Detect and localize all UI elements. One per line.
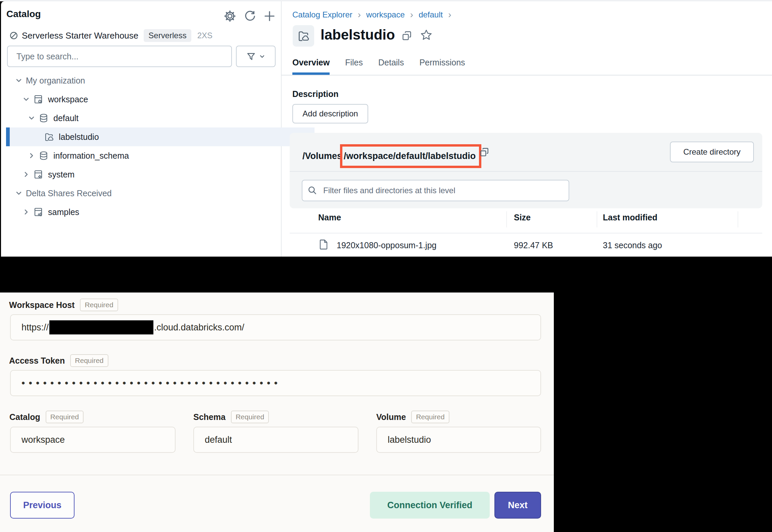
volume-path-prefix: /Volumes <box>302 151 342 161</box>
filter-files-input[interactable] <box>302 180 569 201</box>
catalog-sidebar: Catalog <box>1 1 282 257</box>
field-label-text: Catalog <box>9 412 40 422</box>
field-label-text: Workspace Host <box>9 300 75 310</box>
chevron-down-icon <box>259 53 266 60</box>
tab-divider <box>282 75 772 75</box>
form-footer-divider <box>0 475 554 475</box>
warehouse-name: Serverless Starter Warehouse <box>22 31 138 41</box>
chevron-right-icon[interactable] <box>22 170 31 179</box>
catalog-icon <box>33 94 43 104</box>
warehouse-size: 2XS <box>197 31 212 40</box>
warehouse-badge: Serverless <box>144 29 191 42</box>
star-favorite-icon[interactable] <box>420 29 433 42</box>
tab-permissions[interactable]: Permissions <box>419 58 465 75</box>
column-divider <box>597 211 597 227</box>
tree-item-label: workspace <box>48 95 88 104</box>
add-icon[interactable] <box>263 9 276 23</box>
volume-label: Volume Required <box>376 411 449 423</box>
filter-button[interactable] <box>236 46 276 67</box>
breadcrumb-separator: › <box>448 9 451 20</box>
schema-label: Schema Required <box>193 411 269 423</box>
shared-catalog-icon <box>33 207 43 217</box>
sidebar-item-information-schema[interactable]: information_schema <box>1 146 306 165</box>
breadcrumb-catalog-explorer[interactable]: Catalog Explorer <box>292 10 352 19</box>
storage-connection-form: Workspace Host Required https:// .cloud.… <box>0 292 554 532</box>
column-divider <box>506 211 507 227</box>
column-header-last-modified[interactable]: Last modified <box>603 213 658 222</box>
screen: Catalog <box>0 0 772 532</box>
funnel-icon <box>246 51 256 61</box>
chevron-right-icon[interactable] <box>22 208 31 216</box>
card-divider <box>290 171 762 172</box>
tree-item-label: default <box>53 113 79 123</box>
catalog-search-input[interactable] <box>7 46 232 67</box>
host-value-prefix: https:// <box>21 322 49 333</box>
sidebar-item-system[interactable]: system <box>1 165 301 184</box>
connection-verified-status: Connection Verified <box>370 492 490 519</box>
column-header-name[interactable]: Name <box>318 213 341 222</box>
tree-item-label: labelstudio <box>59 132 99 142</box>
file-name[interactable]: 1920x1080-opposum-1.jpg <box>337 241 436 250</box>
tab-details[interactable]: Details <box>378 58 404 75</box>
required-badge: Required <box>411 411 449 423</box>
sidebar-item-workspace[interactable]: workspace <box>1 90 301 109</box>
refresh-icon[interactable] <box>243 9 257 23</box>
sidebar-item-samples[interactable]: samples <box>1 203 301 221</box>
breadcrumb-default[interactable]: default <box>419 10 443 19</box>
catalog-label: Catalog Required <box>9 411 84 423</box>
chevron-down-icon[interactable] <box>14 76 23 85</box>
sidebar-item-labelstudio[interactable]: labelstudio <box>6 127 315 146</box>
breadcrumb-workspace[interactable]: workspace <box>366 10 405 19</box>
chevron-down-icon[interactable] <box>27 114 36 122</box>
previous-button[interactable]: Previous <box>10 492 75 519</box>
tree-item-label: My organization <box>26 76 85 86</box>
file-last-modified: 31 seconds ago <box>603 241 662 250</box>
system-catalog-icon <box>33 169 43 179</box>
tab-bar: Overview Files Details Permissions <box>292 58 465 75</box>
sidebar-item-default[interactable]: default <box>1 109 306 127</box>
tree-item-label: system <box>48 170 75 179</box>
redacted-host-segment <box>49 320 153 334</box>
breadcrumb-separator: › <box>358 9 361 20</box>
required-badge: Required <box>70 354 108 367</box>
copy-path-icon[interactable] <box>479 147 490 158</box>
catalog-input[interactable]: workspace <box>10 427 176 453</box>
workspace-host-label: Workspace Host Required <box>9 299 118 311</box>
breadcrumb-separator: › <box>410 9 413 20</box>
required-badge: Required <box>80 299 118 311</box>
catalog-value: workspace <box>21 435 65 445</box>
column-divider <box>738 211 738 227</box>
schema-input[interactable]: default <box>193 427 358 453</box>
sidebar-item-my-organization[interactable]: My organization <box>1 71 294 90</box>
volume-path-annotation: /workspace/default/labelstudio <box>340 144 481 168</box>
volume-icon <box>293 25 314 47</box>
chevron-down-icon[interactable] <box>22 95 31 104</box>
access-token-input[interactable]: •••••••••••••••••••••••••••••••••••• <box>10 370 541 396</box>
tab-overview[interactable]: Overview <box>292 58 330 75</box>
tab-files[interactable]: Files <box>345 58 363 75</box>
next-button[interactable]: Next <box>494 492 541 519</box>
create-directory-button[interactable]: Create directory <box>670 142 754 162</box>
databricks-catalog-explorer: Catalog <box>1 1 772 257</box>
chevron-right-icon[interactable] <box>27 151 36 160</box>
field-label-text: Access Token <box>9 356 65 366</box>
copy-name-icon[interactable] <box>401 30 413 42</box>
required-badge: Required <box>231 411 269 423</box>
add-description-button[interactable]: Add description <box>292 104 368 123</box>
chevron-down-icon[interactable] <box>14 189 23 198</box>
column-header-size[interactable]: Size <box>514 213 531 222</box>
schema-database-icon <box>39 113 49 123</box>
volume-input[interactable]: labelstudio <box>376 427 541 453</box>
field-label-text: Schema <box>193 412 226 422</box>
warehouse-row[interactable]: Serverless Starter Warehouse Serverless … <box>9 28 212 43</box>
sidebar-item-delta-shares-received[interactable]: Delta Shares Received <box>1 184 294 203</box>
schema-database-icon <box>39 151 49 161</box>
gear-icon[interactable] <box>223 9 237 23</box>
tree-item-label: Delta Shares Received <box>26 189 112 198</box>
tree-item-label: information_schema <box>53 151 129 161</box>
tree-item-label: samples <box>48 207 79 217</box>
table-header-divider <box>290 233 762 233</box>
host-value-suffix: .cloud.databricks.com/ <box>154 322 244 333</box>
file-icon <box>318 239 330 250</box>
workspace-host-input[interactable]: https:// .cloud.databricks.com/ <box>10 314 541 340</box>
